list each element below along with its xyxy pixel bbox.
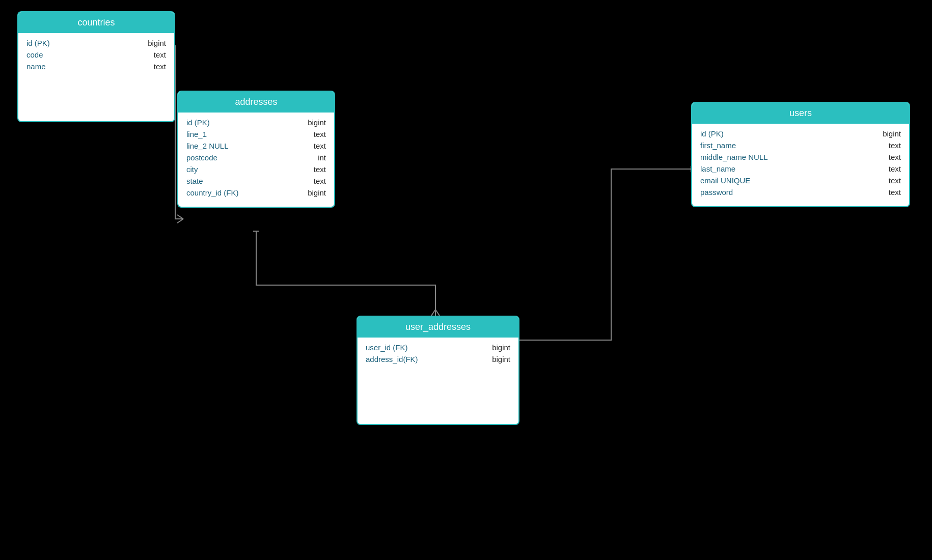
table-row: state text: [186, 175, 326, 187]
field-name: state: [186, 177, 203, 185]
table-users: users id (PK) bigint first_name text mid…: [691, 102, 910, 207]
field-name: code: [26, 50, 43, 59]
field-name: city: [186, 165, 198, 174]
table-users-title: users: [789, 108, 812, 118]
field-name: id (PK): [26, 39, 50, 47]
table-countries-header: countries: [18, 12, 174, 33]
field-type: text: [889, 188, 901, 197]
table-addresses-title: addresses: [235, 97, 277, 107]
field-name: password: [700, 188, 733, 197]
crowfoot-1a: [177, 215, 183, 219]
field-type: bigint: [308, 188, 326, 197]
field-name: postcode: [186, 153, 217, 162]
field-name: first_name: [700, 141, 736, 150]
field-type: text: [889, 141, 901, 150]
table-countries-body: id (PK) bigint code text name text: [18, 33, 174, 121]
field-type: text: [154, 62, 166, 71]
field-name: line_1: [186, 130, 207, 138]
connector-users-useraddresses: [514, 169, 691, 340]
table-row: line_1 text: [186, 128, 326, 140]
field-type: text: [889, 153, 901, 161]
table-row: email UNIQUE text: [700, 175, 901, 186]
table-row: last_name text: [700, 163, 901, 175]
field-type: text: [314, 130, 326, 138]
field-type: text: [154, 50, 166, 59]
field-type: bigint: [492, 355, 510, 363]
field-name: country_id (FK): [186, 188, 239, 197]
table-users-header: users: [692, 103, 909, 124]
field-name: user_id (FK): [366, 343, 408, 352]
table-user-addresses: user_addresses user_id (FK) bigint addre…: [357, 316, 519, 425]
table-user-addresses-title: user_addresses: [405, 322, 471, 332]
field-name: name: [26, 62, 46, 71]
field-type: bigint: [148, 39, 166, 47]
table-row: first_name text: [700, 139, 901, 151]
table-row: code text: [26, 49, 166, 61]
table-row: id (PK) bigint: [700, 128, 901, 139]
field-type: int: [318, 153, 326, 162]
field-name: email UNIQUE: [700, 176, 750, 185]
field-type: text: [314, 177, 326, 185]
table-row: user_id (FK) bigint: [366, 342, 510, 353]
crowfoot-2a: [431, 310, 435, 316]
table-addresses: addresses id (PK) bigint line_1 text lin…: [177, 91, 335, 208]
table-users-body: id (PK) bigint first_name text middle_na…: [692, 124, 909, 206]
field-type: text: [889, 176, 901, 185]
field-type: bigint: [492, 343, 510, 352]
table-row: line_2 NULL text: [186, 140, 326, 152]
field-name: line_2 NULL: [186, 142, 229, 150]
table-user-addresses-body: user_id (FK) bigint address_id(FK) bigin…: [358, 338, 518, 424]
field-type: text: [314, 165, 326, 174]
field-name: id (PK): [186, 118, 210, 127]
table-row: city text: [186, 163, 326, 175]
table-row: middle_name NULL text: [700, 151, 901, 163]
table-countries-title: countries: [77, 17, 115, 27]
table-row: name text: [26, 61, 166, 72]
table-row: country_id (FK) bigint: [186, 187, 326, 199]
table-countries: countries id (PK) bigint code text name …: [17, 11, 175, 122]
field-name: id (PK): [700, 129, 724, 138]
diagram-canvas: countries id (PK) bigint code text name …: [0, 0, 932, 560]
table-row: id (PK) bigint: [26, 37, 166, 49]
connector-addresses-useraddresses: [256, 231, 435, 316]
table-addresses-header: addresses: [178, 92, 334, 113]
field-name: address_id(FK): [366, 355, 418, 363]
table-addresses-body: id (PK) bigint line_1 text line_2 NULL t…: [178, 113, 334, 207]
field-name: middle_name NULL: [700, 153, 768, 161]
table-user-addresses-header: user_addresses: [358, 317, 518, 338]
table-row: address_id(FK) bigint: [366, 353, 510, 365]
field-name: last_name: [700, 164, 735, 173]
table-row: password text: [700, 186, 901, 198]
table-row: id (PK) bigint: [186, 117, 326, 128]
field-type: text: [314, 142, 326, 150]
table-row: postcode int: [186, 152, 326, 163]
crowfoot-1b: [177, 219, 183, 223]
crowfoot-2b: [435, 310, 440, 316]
field-type: bigint: [308, 118, 326, 127]
field-type: text: [889, 164, 901, 173]
field-type: bigint: [883, 129, 901, 138]
